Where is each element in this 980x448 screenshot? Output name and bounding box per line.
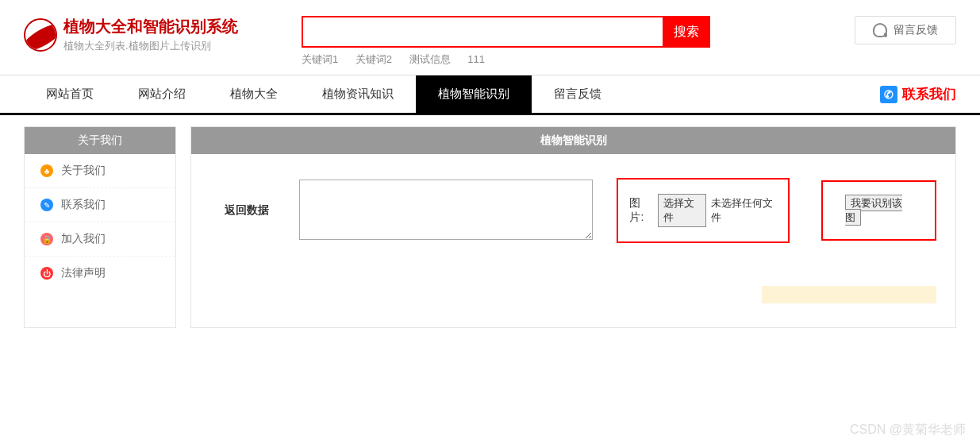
site-subtitle: 植物大全列表.植物图片上传识别 xyxy=(63,39,238,53)
search-input[interactable] xyxy=(302,16,663,48)
sidebar-item[interactable]: ✎联系我们 xyxy=(25,188,175,222)
sidebar-item-icon: ♣ xyxy=(40,164,53,177)
choose-file-button[interactable]: 选择文件 xyxy=(658,194,706,227)
sidebar-item-label: 加入我们 xyxy=(61,232,106,246)
nav-item[interactable]: 网站介绍 xyxy=(116,75,208,113)
keyword-link[interactable]: 111 xyxy=(467,53,485,65)
nav-item[interactable]: 植物资讯知识 xyxy=(300,75,416,113)
sidebar-header: 关于我们 xyxy=(25,127,175,154)
sidebar-item-icon: ⏻ xyxy=(40,267,53,280)
phone-icon: ✆ xyxy=(880,86,897,103)
return-data-label: 返回数据 xyxy=(210,203,283,218)
no-file-text: 未选择任何文件 xyxy=(711,196,777,225)
image-label: 图片: xyxy=(629,196,652,225)
logo-icon xyxy=(24,18,57,52)
nav-item[interactable]: 植物智能识别 xyxy=(416,75,532,113)
main-nav: 网站首页网站介绍植物大全植物资讯知识植物智能识别留言反馈 ✆ 联系我们 xyxy=(0,75,980,115)
sidebar-item-label: 关于我们 xyxy=(61,164,106,178)
feedback-button[interactable]: 留言反馈 xyxy=(855,16,956,44)
contact-label: 联系我们 xyxy=(902,85,956,103)
upload-group: 图片: 选择文件 未选择任何文件 xyxy=(617,178,790,243)
sidebar: 关于我们 ♣关于我们✎联系我们🔒加入我们⏻法律声明 xyxy=(24,126,176,328)
keyword-link[interactable]: 关键词2 xyxy=(355,53,392,65)
keyword-link[interactable]: 关键词1 xyxy=(302,53,338,65)
site-title: 植物大全和智能识别系统 xyxy=(63,16,238,37)
nav-item[interactable]: 留言反馈 xyxy=(532,75,624,113)
return-data-textarea[interactable] xyxy=(299,180,593,240)
search-button[interactable]: 搜索 xyxy=(663,16,710,48)
nav-item[interactable]: 网站首页 xyxy=(24,75,116,113)
main-header: 植物智能识别 xyxy=(191,127,955,154)
keyword-link[interactable]: 测试信息 xyxy=(409,53,451,65)
sidebar-item[interactable]: 🔒加入我们 xyxy=(25,222,175,257)
sidebar-item-icon: ✎ xyxy=(40,199,53,211)
recognize-button[interactable]: 我要识别该图 xyxy=(845,195,902,226)
feedback-label: 留言反馈 xyxy=(894,23,938,37)
main-panel: 植物智能识别 返回数据 图片: 选择文件 未选择任何文件 我要识别该图 xyxy=(190,126,956,328)
contact-us-link[interactable]: ✆ 联系我们 xyxy=(880,85,956,103)
recognize-group: 我要识别该图 xyxy=(821,180,936,241)
sidebar-item[interactable]: ♣关于我们 xyxy=(25,154,175,188)
sidebar-item-label: 法律声明 xyxy=(61,266,106,280)
sidebar-item-label: 联系我们 xyxy=(61,198,106,212)
headset-icon xyxy=(873,23,887,37)
nav-item[interactable]: 植物大全 xyxy=(208,75,300,113)
logo-block: 植物大全和智能识别系统 植物大全列表.植物图片上传识别 xyxy=(24,16,238,53)
keyword-row: 关键词1 关键词2 测试信息 111 xyxy=(302,52,710,67)
sidebar-item-icon: 🔒 xyxy=(40,233,53,245)
sidebar-item[interactable]: ⏻法律声明 xyxy=(25,257,175,290)
highlight-bar xyxy=(762,286,936,303)
